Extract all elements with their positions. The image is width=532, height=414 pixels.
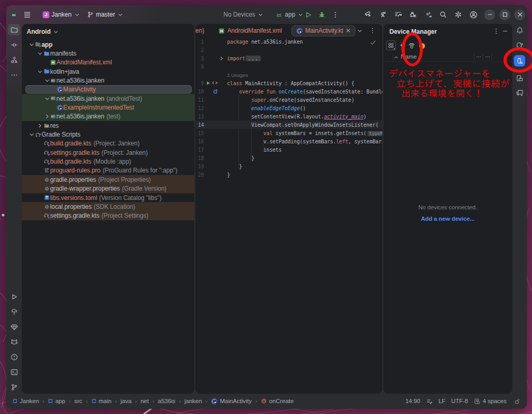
tree-row-proguard-rules-pro[interactable]: proguard-rules.pro (ProGuard Rules for "…: [22, 166, 194, 175]
tree-row-mainactivity[interactable]: MainActivity: [22, 85, 194, 94]
tree-row-build-gradle-kts[interactable]: build.gradle.kts (Module :app): [22, 157, 194, 166]
tree-row-app[interactable]: app: [22, 40, 194, 49]
vcs-widget[interactable]: master: [84, 7, 127, 22]
tab-list-button[interactable]: [356, 28, 363, 34]
main-menu-button[interactable]: [20, 8, 34, 21]
breadcrumb-item-janken[interactable]: janken: [184, 398, 202, 404]
gradle-sync-button[interactable]: [421, 8, 435, 21]
structure-tool-button[interactable]: [8, 54, 20, 65]
project-view-selector[interactable]: Android: [22, 24, 194, 39]
tree-row-manifests[interactable]: manifests: [22, 49, 194, 58]
gemini-tool-button[interactable]: [513, 86, 526, 99]
project-tool-button[interactable]: [8, 24, 20, 35]
column-selection-icon[interactable]: [425, 398, 434, 405]
device-selector[interactable]: No Devices: [220, 11, 267, 18]
device-manager-hide-button[interactable]: [501, 28, 509, 35]
tab-androidmanifest[interactable]: AndroidManifest.xml: [218, 24, 282, 37]
tree-row-androidmanifest-xml[interactable]: AndroidManifest.xml: [22, 58, 194, 67]
settings-button[interactable]: [451, 8, 465, 21]
profiler-button[interactable]: [361, 8, 375, 21]
commit-tool-button[interactable]: [8, 39, 20, 50]
version-control-tool-button[interactable]: [8, 381, 20, 393]
tab-close-icon[interactable]: ✕: [345, 28, 351, 33]
usages-inlay-hint[interactable]: 2 Usages: [227, 72, 248, 78]
breadcrumb-item-app[interactable]: app: [48, 398, 65, 404]
apply-changes-button[interactable]: [376, 8, 390, 21]
more-tools-button[interactable]: [8, 69, 20, 81]
tree-row-gradle-scripts[interactable]: Gradle Scripts: [22, 130, 194, 139]
pair-devices-wifi-button[interactable]: [408, 42, 416, 49]
tree-row-settings-gradle-kts[interactable]: settings.gradle.kts (Project: Janken): [22, 148, 194, 157]
inspection-ok-icon[interactable]: [370, 39, 376, 46]
notifications-tool-button[interactable]: [513, 24, 526, 36]
device-manager-options-button[interactable]: [493, 28, 500, 35]
minimize-button[interactable]: [484, 9, 495, 20]
debug-button[interactable]: [315, 8, 328, 21]
tree-row-settings-gradle-kts[interactable]: settings.gradle.kts (Project Settings): [22, 211, 194, 220]
gradle-tool-button[interactable]: [513, 38, 526, 51]
run-class-gutter-icon[interactable]: [206, 81, 211, 86]
run-button[interactable]: [301, 8, 315, 21]
close-button[interactable]: [514, 9, 525, 20]
run-tool-button[interactable]: [8, 291, 20, 302]
tree-expander-icon[interactable]: [36, 68, 44, 75]
column-3[interactable]: ...: [485, 52, 490, 58]
maximize-button[interactable]: [499, 9, 510, 20]
problems-tool-button[interactable]: [8, 351, 20, 363]
tree-row-net-a536is-janken[interactable]: net.a536is.janken (test): [22, 112, 194, 121]
tree-row-local-properties[interactable]: local.properties (SDK Location): [22, 202, 194, 211]
attach-debugger-button[interactable]: [406, 8, 420, 21]
tree-expander-icon[interactable]: [36, 122, 44, 129]
search-everywhere-button[interactable]: [436, 8, 450, 21]
terminal-tool-button[interactable]: [8, 366, 20, 378]
folded-imports[interactable]: ...: [246, 56, 261, 61]
tree-row-net-a536is-janken[interactable]: net.a536is.janken: [22, 76, 194, 85]
logcat-tool-button[interactable]: [8, 336, 20, 348]
tab-mainactivity[interactable]: MainActivity.kt ✕: [291, 25, 356, 36]
tree-row-gradle-properties[interactable]: gradle.properties (Project Properties): [22, 175, 194, 184]
caret-position[interactable]: 14:90: [404, 398, 421, 404]
running-devices-tool-button[interactable]: [513, 72, 526, 84]
tree-row-kotlin-java[interactable]: kotlin+java: [22, 67, 194, 76]
tree-row-res[interactable]: res: [22, 121, 194, 130]
code-text: override fun onCreate(savedInstanceState…: [227, 89, 382, 95]
breadcrumb-item-janken[interactable]: Janken: [12, 398, 39, 404]
add-device-button[interactable]: [398, 42, 406, 49]
breadcrumb-item-net[interactable]: net: [140, 398, 149, 404]
code-line-3: 3import...: [195, 54, 382, 62]
overrides-gutter-icon[interactable]: [213, 89, 218, 94]
tree-expander-icon[interactable]: [36, 50, 44, 57]
account-button[interactable]: [467, 8, 480, 21]
tab-options-button[interactable]: [369, 27, 376, 34]
tree-row-exampleinstrumentedtest[interactable]: ExampleInstrumentedTest: [22, 103, 194, 112]
tab-clipped[interactable]: en): [195, 24, 204, 37]
more-actions-button[interactable]: [328, 8, 342, 21]
apply-code-changes-button[interactable]: [391, 8, 405, 21]
column-2[interactable]: ...: [476, 52, 482, 58]
tree-row-net-a536is-janken[interactable]: net.a536is.janken (androidTest): [22, 94, 194, 103]
file-encoding[interactable]: UTF-8: [450, 398, 469, 404]
device-manager-tool-button[interactable]: [514, 55, 525, 66]
column-name[interactable]: Name: [401, 54, 417, 60]
breadcrumb-item-mainactivity[interactable]: MainActivity: [211, 398, 251, 405]
add-new-device-link[interactable]: Add a new device...: [383, 216, 513, 222]
tree-row-libs-versions-toml[interactable]: libs.versions.toml (Version Catalog "lib…: [22, 193, 194, 202]
line-number: 10: [195, 89, 204, 95]
line-separator[interactable]: LF: [437, 398, 446, 404]
app-quality-insights-tool-button[interactable]: [8, 321, 20, 332]
breadcrumb-item-main[interactable]: main: [91, 398, 112, 404]
breadcrumb-item-src[interactable]: src: [74, 398, 82, 404]
breadcrumb-item-java[interactable]: java: [121, 398, 131, 404]
indent-widget[interactable]: 4 spaces: [473, 398, 508, 405]
breadcrumb-item-a536is[interactable]: a536is: [158, 398, 176, 404]
tree-row-gradle-wrapper-properties[interactable]: gradle-wrapper.properties (Gradle Versio…: [22, 184, 194, 193]
project-widget[interactable]: J Janken: [40, 7, 83, 22]
code-vision-gutter-icon[interactable]: [212, 80, 218, 86]
breadcrumb-item-oncreate[interactable]: onCreate: [261, 398, 294, 404]
tree-row-build-gradle-kts[interactable]: build.gradle.kts (Project: Janken): [22, 139, 194, 148]
fold-arrow-icon[interactable]: [219, 56, 224, 61]
sort-arrow-icon[interactable]: [393, 55, 399, 60]
device-view-mode-button[interactable]: [386, 41, 396, 50]
readonly-toggle-icon[interactable]: [513, 398, 522, 405]
build-tool-button[interactable]: [8, 306, 20, 317]
